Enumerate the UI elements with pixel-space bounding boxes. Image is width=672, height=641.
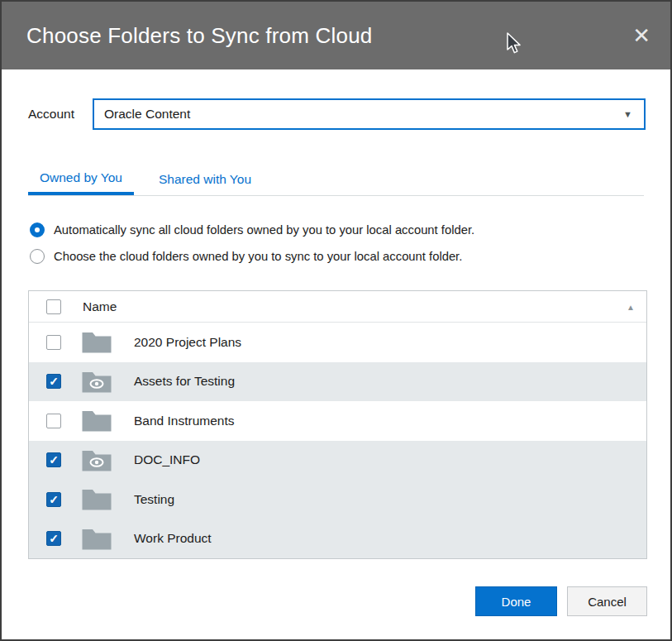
table-header-row: Name ▲ [29, 291, 646, 323]
folder-icon [81, 487, 112, 511]
table-row[interactable]: ✓Testing [29, 480, 646, 519]
folder-icon [81, 409, 112, 433]
folder-name: Band Instruments [134, 414, 234, 428]
choose-folders-dialog: Choose Folders to Sync from Cloud ✕ Acco… [0, 0, 672, 641]
table-row[interactable]: Band Instruments [29, 401, 646, 441]
folder-icon [81, 527, 112, 551]
sync-option-label: Automatically sync all cloud folders own… [54, 223, 474, 237]
folder-name: DOC_INFO [134, 452, 200, 467]
cancel-button[interactable]: Cancel [567, 586, 647, 616]
account-select[interactable]: Oracle Content ▼ [93, 98, 646, 130]
chevron-down-icon: ▼ [623, 109, 632, 119]
table-row[interactable]: ✓Work Product [29, 519, 646, 559]
table-body: 2020 Project Plans✓Assets for TestingBan… [29, 323, 646, 558]
folder-name: Assets for Testing [134, 374, 235, 389]
radio-unselected-icon[interactable] [30, 249, 45, 264]
folder-name: 2020 Project Plans [134, 335, 241, 350]
tab-bar: Owned by YouShared with You [28, 164, 644, 196]
sync-option-label: Choose the cloud folders owned by you to… [54, 250, 462, 263]
shared-folder-icon [81, 448, 112, 472]
radio-selected-icon[interactable] [30, 222, 45, 237]
done-button[interactable]: Done [475, 586, 557, 616]
folder-icon [81, 330, 112, 354]
select-all-checkbox[interactable] [46, 299, 61, 314]
table-row[interactable]: ✓Assets for Testing [29, 362, 646, 402]
sync-options: Automatically sync all cloud folders own… [30, 222, 644, 275]
row-checkbox[interactable]: ✓ [46, 531, 61, 546]
row-checkbox[interactable] [46, 414, 61, 428]
account-select-value: Oracle Content [104, 107, 623, 122]
dialog-titlebar: Choose Folders to Sync from Cloud ✕ [2, 2, 670, 69]
tab-shared-with-you[interactable]: Shared with You [147, 164, 263, 195]
table-row[interactable]: ✓DOC_INFO [29, 441, 646, 481]
name-column-header: Name [83, 299, 117, 314]
folder-name: Testing [134, 492, 174, 507]
table-row[interactable]: 2020 Project Plans [29, 323, 646, 362]
sync-option[interactable]: Choose the cloud folders owned by you to… [30, 249, 644, 264]
tab-owned-by-you[interactable]: Owned by You [28, 164, 134, 195]
folder-name: Work Product [134, 531, 212, 546]
account-label: Account [28, 107, 74, 122]
row-checkbox[interactable] [46, 335, 61, 350]
sync-option[interactable]: Automatically sync all cloud folders own… [30, 222, 644, 237]
row-checkbox[interactable]: ✓ [46, 374, 61, 389]
folder-table: Name ▲ 2020 Project Plans✓Assets for Tes… [28, 290, 647, 559]
shared-folder-icon [81, 370, 112, 394]
close-icon[interactable]: ✕ [632, 25, 651, 46]
row-checkbox[interactable]: ✓ [46, 492, 61, 507]
sort-ascending-icon[interactable]: ▲ [627, 302, 635, 311]
dialog-title: Choose Folders to Sync from Cloud [26, 23, 372, 49]
row-checkbox[interactable]: ✓ [46, 452, 61, 467]
